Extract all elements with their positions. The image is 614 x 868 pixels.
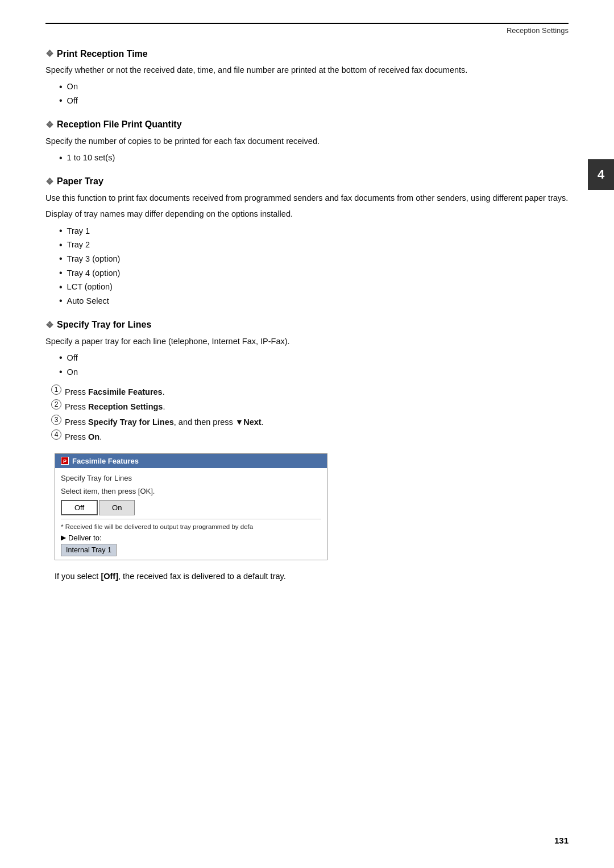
list-item: Tray 2	[59, 238, 569, 252]
section-heading-print-reception-time: ❖ Print Reception Time	[45, 48, 569, 59]
steps-list: 1 Press Facsimile Features. 2 Press Rece…	[51, 385, 569, 444]
step-circle-1: 1	[51, 385, 61, 395]
bullet-list-specify-tray-for-lines: Off On	[59, 351, 569, 379]
diamond-icon: ❖	[45, 48, 53, 59]
bullet-list-print-reception-time: On Off	[59, 80, 569, 108]
ui-row-label2: Select item, then press [OK].	[61, 486, 321, 497]
step-4: 4 Press On.	[51, 429, 569, 444]
section-description-specify-tray-for-lines: Specify a paper tray for each line (tele…	[45, 335, 569, 348]
page-number: 131	[554, 836, 569, 845]
final-note: If you select [Off], the received fax is…	[55, 571, 569, 583]
ui-titlebar: P Facsimile Features	[55, 454, 327, 468]
list-item: On	[59, 80, 569, 94]
bullet-list-paper-tray: Tray 1 Tray 2 Tray 3 (option) Tray 4 (op…	[59, 224, 569, 308]
list-item: 1 to 10 set(s)	[59, 151, 569, 165]
list-item: On	[59, 365, 569, 379]
step-circle-4: 4	[51, 429, 61, 440]
section-heading-paper-tray: ❖ Paper Tray	[45, 176, 569, 187]
list-item: Off	[59, 94, 569, 108]
step-3: 3 Press Specify Tray for Lines, and then…	[51, 415, 569, 429]
ui-body: Specify Tray for Lines Select item, then…	[55, 468, 327, 560]
step-circle-2: 2	[51, 399, 61, 410]
page-container: Reception Settings 4 ❖ Print Reception T…	[0, 0, 614, 868]
ui-deliver-arrow-icon: ▶	[61, 534, 66, 542]
section-print-reception-time: ❖ Print Reception Time Specify whether o…	[45, 48, 569, 108]
ui-screenshot-box: P Facsimile Features Specify Tray for Li…	[55, 453, 327, 560]
section-paper-tray: ❖ Paper Tray Use this function to print …	[45, 176, 569, 308]
list-item: Tray 1	[59, 224, 569, 238]
section-heading-reception-file-print-quantity: ❖ Reception File Print Quantity	[45, 119, 569, 130]
section-description-print-reception-time: Specify whether or not the received date…	[45, 64, 569, 76]
ui-row-label1: Specify Tray for Lines	[61, 473, 321, 483]
ui-btn-on[interactable]: On	[99, 500, 135, 515]
ui-note: * Received file will be delivered to out…	[61, 519, 321, 531]
section-description2-paper-tray: Display of tray names may differ dependi…	[45, 208, 569, 220]
list-item: Off	[59, 351, 569, 365]
list-item: Tray 3 (option)	[59, 252, 569, 266]
step-2: 2 Press Reception Settings.	[51, 399, 569, 414]
ui-titlebar-icon: P	[61, 457, 69, 465]
step-1: 1 Press Facsimile Features.	[51, 385, 569, 399]
diamond-icon: ❖	[45, 176, 53, 187]
ui-title: Facsimile Features	[72, 457, 139, 465]
step-circle-3: 3	[51, 415, 61, 425]
section-description-reception-file-print-quantity: Specify the number of copies to be print…	[45, 135, 569, 147]
section-heading-specify-tray-for-lines: ❖ Specify Tray for Lines	[45, 320, 569, 330]
section-specify-tray-for-lines: ❖ Specify Tray for Lines Specify a paper…	[45, 320, 569, 560]
chapter-tab: 4	[588, 159, 614, 190]
bullet-list-reception-file-print-quantity: 1 to 10 set(s)	[59, 151, 569, 165]
final-note-bold: [Off]	[101, 572, 118, 581]
ui-deliver-label: Deliver to:	[68, 534, 102, 542]
section-reception-file-print-quantity: ❖ Reception File Print Quantity Specify …	[45, 119, 569, 165]
list-item: Tray 4 (option)	[59, 266, 569, 280]
ui-tray-box: Internal Tray 1	[61, 544, 117, 556]
ui-buttons-row: Off On	[61, 500, 321, 515]
diamond-icon: ❖	[45, 320, 53, 330]
ui-btn-off[interactable]: Off	[61, 500, 98, 515]
list-item: LCT (option)	[59, 280, 569, 294]
section-description1-paper-tray: Use this function to print fax documents…	[45, 192, 569, 204]
list-item: Auto Select	[59, 294, 569, 308]
header-text: Reception Settings	[45, 26, 569, 35]
diamond-icon: ❖	[45, 119, 53, 130]
header-bar	[45, 23, 569, 24]
ui-deliver-row: ▶ Deliver to:	[61, 534, 321, 542]
